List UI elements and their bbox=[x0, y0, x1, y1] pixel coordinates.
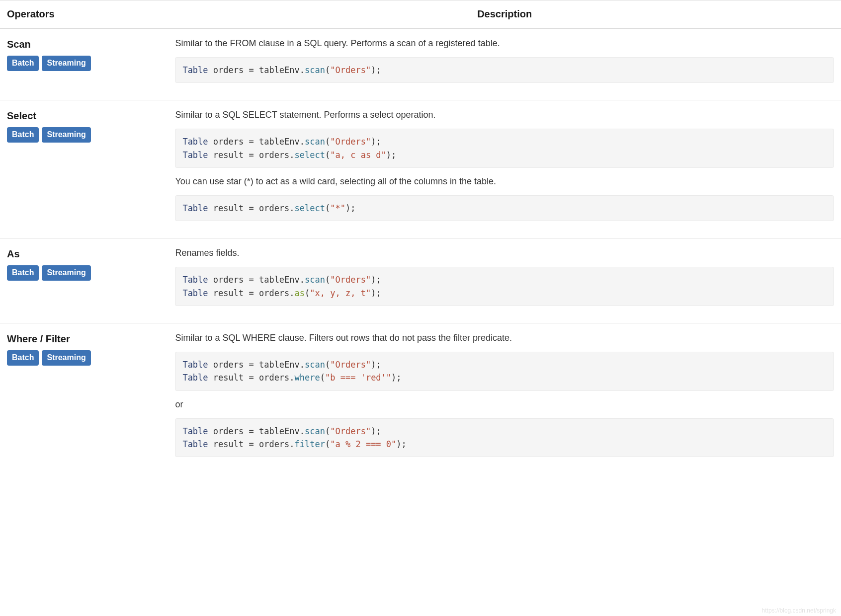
table-row: SelectBatchStreamingSimilar to a SQL SEL… bbox=[0, 100, 841, 238]
badge-batch: Batch bbox=[7, 56, 39, 71]
description-text: Similar to the FROM clause in a SQL quer… bbox=[175, 37, 834, 50]
operator-name: As bbox=[7, 246, 161, 261]
code-token: Table bbox=[182, 439, 208, 449]
operator-cell: AsBatchStreaming bbox=[0, 238, 168, 323]
header-operators: Operators bbox=[0, 0, 168, 29]
code-token: scan bbox=[305, 426, 325, 436]
operator-name: Where / Filter bbox=[7, 331, 161, 346]
badge-streaming: Streaming bbox=[42, 265, 90, 281]
code-token: Table bbox=[182, 203, 208, 213]
badges: BatchStreaming bbox=[7, 127, 161, 143]
code-block: Table orders = tableEnv.scan("Orders"); bbox=[175, 57, 834, 83]
code-token: scan bbox=[305, 275, 325, 285]
code-token: filter bbox=[295, 439, 325, 449]
code-token: Table bbox=[182, 288, 208, 298]
description-cell: Renames fields.Table orders = tableEnv.s… bbox=[168, 238, 841, 323]
code-token: "x, y, z, t" bbox=[310, 288, 371, 298]
code-block: Table orders = tableEnv.scan("Orders"); … bbox=[175, 418, 834, 458]
code-token: as bbox=[295, 288, 305, 298]
code-token: "b === 'red'" bbox=[325, 373, 391, 383]
description-cell: Similar to a SQL WHERE clause. Filters o… bbox=[168, 323, 841, 474]
badge-streaming: Streaming bbox=[42, 56, 90, 71]
code-block: Table orders = tableEnv.scan("Orders"); … bbox=[175, 267, 834, 306]
code-token: scan bbox=[305, 360, 325, 370]
code-token: "*" bbox=[330, 203, 345, 213]
description-cell: Similar to a SQL SELECT statement. Perfo… bbox=[168, 100, 841, 238]
code-token: Table bbox=[182, 150, 208, 160]
description-cell: Similar to the FROM clause in a SQL quer… bbox=[168, 28, 841, 100]
code-token: "a % 2 === 0" bbox=[330, 439, 396, 449]
operator-cell: SelectBatchStreaming bbox=[0, 100, 168, 238]
table-header-row: Operators Description bbox=[0, 0, 841, 29]
operator-cell: Where / FilterBatchStreaming bbox=[0, 323, 168, 474]
badges: BatchStreaming bbox=[7, 350, 161, 366]
code-token: "Orders" bbox=[330, 360, 371, 370]
badge-streaming: Streaming bbox=[42, 127, 90, 143]
code-block: Table result = orders.select("*"); bbox=[175, 195, 834, 221]
badge-streaming: Streaming bbox=[42, 350, 90, 366]
code-token: Table bbox=[182, 360, 208, 370]
code-token: "Orders" bbox=[330, 65, 371, 75]
badge-batch: Batch bbox=[7, 350, 39, 366]
table-row: Where / FilterBatchStreamingSimilar to a… bbox=[0, 323, 841, 474]
code-token: select bbox=[295, 203, 325, 213]
code-token: Table bbox=[182, 275, 208, 285]
badges: BatchStreaming bbox=[7, 265, 161, 281]
header-description: Description bbox=[168, 0, 841, 29]
code-token: Table bbox=[182, 137, 208, 147]
description-text: Similar to a SQL SELECT statement. Perfo… bbox=[175, 108, 834, 122]
operators-table: Operators Description ScanBatchStreaming… bbox=[0, 0, 841, 474]
description-note: You can use star (*) to act as a wild ca… bbox=[175, 175, 834, 188]
table-row: ScanBatchStreamingSimilar to the FROM cl… bbox=[0, 28, 841, 100]
code-token: Table bbox=[182, 373, 208, 383]
code-token: Table bbox=[182, 426, 208, 436]
badge-batch: Batch bbox=[7, 127, 39, 143]
code-block: Table orders = tableEnv.scan("Orders"); … bbox=[175, 129, 834, 168]
badge-batch: Batch bbox=[7, 265, 39, 281]
code-token: where bbox=[295, 373, 320, 383]
description-text: Similar to a SQL WHERE clause. Filters o… bbox=[175, 331, 834, 345]
code-token: "Orders" bbox=[330, 275, 371, 285]
description-note: or bbox=[175, 398, 834, 411]
description-text: Renames fields. bbox=[175, 246, 834, 260]
code-block: Table orders = tableEnv.scan("Orders"); … bbox=[175, 352, 834, 391]
operator-name: Select bbox=[7, 108, 161, 123]
operator-name: Scan bbox=[7, 37, 161, 52]
operator-cell: ScanBatchStreaming bbox=[0, 28, 168, 100]
code-token: scan bbox=[305, 65, 325, 75]
code-token: select bbox=[295, 150, 325, 160]
badges: BatchStreaming bbox=[7, 56, 161, 71]
code-token: "Orders" bbox=[330, 137, 371, 147]
code-token: Table bbox=[182, 65, 208, 75]
code-token: scan bbox=[305, 137, 325, 147]
code-token: "Orders" bbox=[330, 426, 371, 436]
code-token: "a, c as d" bbox=[330, 150, 386, 160]
table-row: AsBatchStreamingRenames fields.Table ord… bbox=[0, 238, 841, 323]
